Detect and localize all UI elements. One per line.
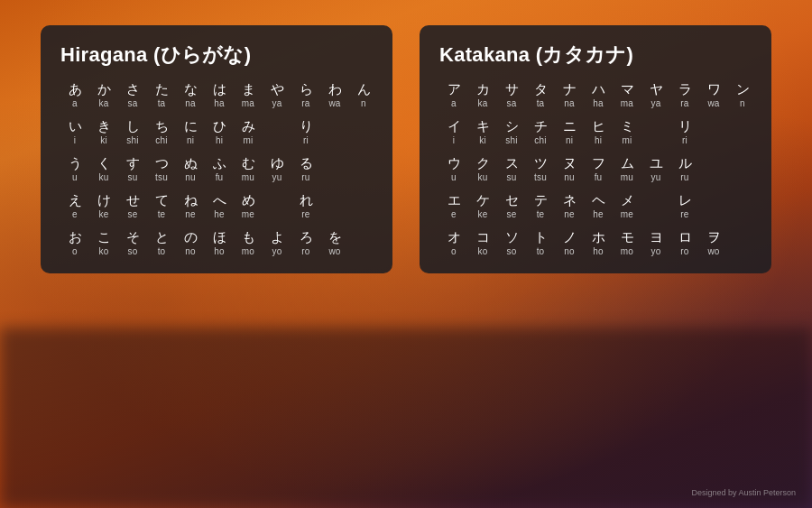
kana-romanization: mo [621, 245, 633, 257]
kana-romanization: ha [214, 97, 225, 109]
kana-character: さ [126, 81, 140, 97]
kana-cell: アa [439, 81, 468, 109]
kana-romanization: ko [478, 245, 488, 257]
kana-character: か [97, 81, 111, 97]
kana-character: え [69, 192, 82, 208]
kana-romanization: hi [216, 134, 223, 146]
kana-romanization: ka [478, 97, 488, 109]
kana-character: ラ [678, 81, 692, 97]
katakana-panel: Katakana (カタカナ) アaカkaサsaタtaナnaハhaマmaヤyaラ… [420, 25, 771, 273]
kana-cell: ウu [439, 155, 468, 183]
kana-character: ヨ [650, 229, 663, 245]
kana-character: け [97, 192, 111, 208]
kana-character: ろ [300, 229, 313, 245]
kana-cell: ゆyu [263, 155, 291, 183]
kana-character: タ [534, 81, 548, 97]
kana-cell: テte [526, 192, 555, 220]
kana-romanization: te [537, 208, 545, 220]
kana-romanization: ra [301, 97, 309, 109]
kana-romanization: fu [595, 171, 603, 183]
kana-romanization: tsu [534, 171, 547, 183]
kana-romanization: n [740, 97, 745, 109]
kana-character: モ [621, 229, 634, 245]
kana-character: レ [678, 192, 692, 208]
kana-romanization: wo [328, 245, 340, 257]
kana-character: ミ [621, 118, 634, 134]
kana-romanization: e [451, 208, 457, 220]
kana-character: ち [155, 118, 169, 134]
kana-cell: ほho [205, 229, 234, 257]
kana-romanization: ro [301, 245, 309, 257]
kana-character: そ [126, 229, 140, 245]
kana-romanization: yu [651, 171, 661, 183]
kana-romanization: ho [214, 245, 225, 257]
kana-romanization: ha [593, 97, 604, 109]
kana-cell: サsa [497, 81, 526, 109]
kana-character: は [213, 81, 226, 97]
kana-character: や [271, 81, 284, 97]
kana-character: つ [155, 155, 169, 171]
kana-romanization: ru [301, 171, 309, 183]
kana-cell: けke [89, 192, 118, 220]
kana-romanization: mo [242, 245, 254, 257]
kana-cell: カka [468, 81, 497, 109]
kana-romanization: tsu [155, 171, 168, 183]
kana-romanization: ma [621, 97, 633, 109]
kana-character: キ [476, 118, 490, 134]
kana-romanization: fu [216, 171, 224, 183]
kana-character: ゆ [271, 155, 284, 171]
kana-cell: むmu [234, 155, 263, 183]
kana-romanization: wa [328, 97, 340, 109]
kana-cell: そso [118, 229, 147, 257]
kana-cell: もmo [234, 229, 263, 257]
kana-romanization: ro [680, 245, 688, 257]
kana-romanization: o [451, 245, 457, 257]
kana-romanization: mu [621, 171, 633, 183]
kana-cell: マma [613, 81, 641, 109]
kana-romanization: su [507, 171, 517, 183]
kana-character: ホ [592, 229, 605, 245]
kana-romanization: na [185, 97, 196, 109]
kana-character: ヒ [592, 118, 605, 134]
kana-romanization: a [451, 97, 457, 109]
kana-romanization: ko [99, 245, 109, 257]
kana-cell: セse [497, 192, 526, 220]
kana-row: おoこkoそsoとtoのnoほhoもmoよyoろroをwo [60, 229, 373, 257]
kana-romanization: to [537, 245, 545, 257]
kana-romanization: ra [680, 97, 688, 109]
kana-character: ロ [678, 229, 692, 245]
kana-cell: ナna [555, 81, 584, 109]
kana-cell: ネne [555, 192, 584, 220]
kana-character: れ [300, 192, 313, 208]
kana-romanization: so [128, 245, 138, 257]
kana-romanization: wa [707, 97, 719, 109]
credit-text: Designed by Austin Peterson [691, 488, 796, 497]
kana-romanization: chi [534, 134, 546, 146]
kana-character: お [69, 229, 82, 245]
kana-character: ふ [213, 155, 226, 171]
kana-character: ケ [476, 192, 490, 208]
kana-cell: きki [89, 118, 118, 146]
kana-romanization: ru [680, 171, 688, 183]
kana-romanization: ri [303, 134, 309, 146]
kana-cell: ヲwo [699, 229, 728, 257]
kana-cell: ヘhe [584, 192, 613, 220]
kana-character: の [184, 229, 198, 245]
kana-cell: らra [291, 81, 320, 109]
katakana-title: Katakana (カタカナ) [439, 42, 752, 69]
kana-character: き [97, 118, 111, 134]
kana-character: ニ [563, 118, 577, 134]
kana-character: ツ [534, 155, 548, 171]
kana-character: り [300, 118, 313, 134]
kana-character: フ [592, 155, 605, 171]
kana-character: ル [678, 155, 692, 171]
kana-romanization: ne [185, 208, 196, 220]
kana-character: ノ [563, 229, 577, 245]
kana-character: ワ [707, 81, 721, 97]
kana-cell: シshi [497, 118, 526, 146]
kana-character: も [242, 229, 255, 245]
kana-character: ネ [563, 192, 577, 208]
kana-cell: せse [118, 192, 147, 220]
kana-romanization: sa [128, 97, 138, 109]
kana-romanization: ki [479, 134, 486, 146]
